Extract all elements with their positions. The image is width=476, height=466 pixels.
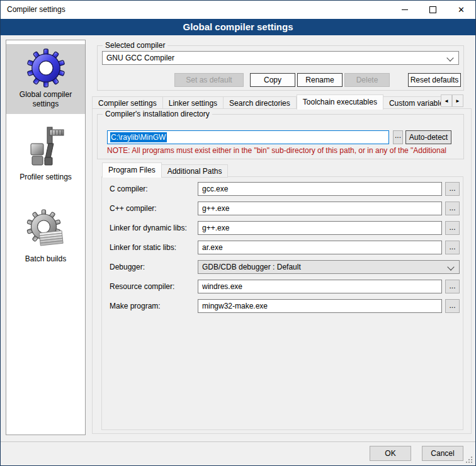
resource-compiler-browse-button[interactable]: ...: [445, 280, 460, 293]
delete-button[interactable]: Delete: [344, 73, 390, 87]
minimize-icon: [402, 9, 408, 10]
tab-toolchain-executables[interactable]: Toolchain executables: [297, 94, 383, 110]
batch-builds-icon: [26, 209, 66, 252]
field-label: Linker for static libs:: [110, 241, 176, 254]
sidebar-item-global-compiler-settings[interactable]: Global compiler settings: [6, 44, 85, 114]
installation-directory-group-label: Compiler's installation directory: [103, 110, 212, 118]
field-label: Resource compiler:: [110, 280, 174, 293]
sidebar-item-profiler-settings[interactable]: Profiler settings: [6, 120, 85, 187]
rename-button[interactable]: Rename: [297, 73, 343, 87]
dynamic-linker-input[interactable]: [198, 221, 442, 235]
installation-directory-group: Compiler's installation directory C:\ray…: [97, 114, 464, 159]
tab-scroll-left-button[interactable]: ◄: [441, 94, 452, 107]
make-program-browse-button[interactable]: ...: [445, 299, 460, 313]
close-button[interactable]: ✕: [447, 1, 475, 19]
compiler-select-value: GNU GCC Compiler: [106, 54, 174, 62]
close-icon: ✕: [458, 6, 465, 14]
tab-scroll-right-button[interactable]: ►: [452, 94, 463, 107]
tab-compiler-settings[interactable]: Compiler settings: [92, 96, 163, 110]
debugger-select-value: GDB/CDB debugger : Default: [202, 263, 301, 271]
maximize-icon: [429, 6, 436, 13]
field-label: Debugger:: [110, 260, 145, 274]
chevron-down-icon: [446, 54, 453, 61]
program-files-page: C compiler: ... C++ compiler: ... Linker…: [101, 176, 463, 430]
maximize-button[interactable]: [419, 1, 447, 19]
ok-button[interactable]: OK: [370, 446, 411, 461]
field-label: Make program:: [110, 299, 161, 313]
c-compiler-browse-button[interactable]: ...: [445, 182, 460, 196]
main-tabstrip: Compiler settings Linker settings Search…: [92, 94, 442, 110]
minimize-button[interactable]: [390, 1, 419, 19]
compiler-settings-dialog: Compiler settings ✕ Global compiler sett…: [0, 0, 476, 466]
path-selected-text: C:\raylib\MinGW: [110, 132, 167, 142]
sub-tabstrip: Program Files Additional Paths: [102, 162, 228, 178]
sidebar: Global compiler settings Profiler settin…: [6, 40, 86, 435]
sidebar-item-label: Batch builds: [8, 254, 84, 264]
dialog-header: Global compiler settings: [1, 19, 475, 35]
sidebar-item-label: Profiler settings: [8, 173, 84, 182]
field-label: C++ compiler:: [110, 202, 157, 215]
debugger-select[interactable]: GDB/CDB debugger : Default: [198, 260, 460, 274]
compiler-select[interactable]: GNU GCC Compiler: [102, 51, 459, 65]
gear-blue-icon: [26, 48, 65, 88]
field-label: Linker for dynamic libs:: [110, 221, 187, 235]
dynamic-linker-browse-button[interactable]: ...: [445, 221, 460, 235]
cpp-compiler-browse-button[interactable]: ...: [445, 202, 460, 215]
reset-defaults-button[interactable]: Reset defaults: [408, 73, 461, 87]
tab-scroll-arrows: ◄ ►: [441, 94, 463, 107]
install-path-input[interactable]: C:\raylib\MinGW: [107, 130, 389, 144]
resource-compiler-input[interactable]: [198, 280, 442, 293]
titlebar: Compiler settings ✕: [1, 1, 475, 19]
copy-button[interactable]: Copy: [250, 73, 295, 87]
sidebar-item-batch-builds[interactable]: Batch builds: [6, 205, 85, 269]
make-program-input[interactable]: [198, 299, 442, 313]
auto-detect-button[interactable]: Auto-detect: [405, 130, 451, 144]
install-note: NOTE: All programs must exist either in …: [107, 146, 457, 155]
c-compiler-input[interactable]: [198, 182, 442, 196]
selected-compiler-group-label: Selected compiler: [103, 41, 167, 50]
tab-search-directories[interactable]: Search directories: [224, 96, 297, 110]
subtab-program-files[interactable]: Program Files: [102, 162, 162, 178]
install-path-browse-button[interactable]: ...: [393, 130, 403, 144]
selected-compiler-group: Selected compiler GNU GCC Compiler Set a…: [97, 45, 464, 91]
chevron-down-icon: [447, 263, 454, 270]
tab-custom-variables[interactable]: Custom variables: [383, 96, 442, 110]
resize-grip-icon[interactable]: [471, 462, 472, 463]
subtab-additional-paths[interactable]: Additional Paths: [162, 164, 229, 178]
cpp-compiler-input[interactable]: [198, 202, 442, 215]
set-as-default-button[interactable]: Set as default: [174, 73, 244, 87]
cancel-button[interactable]: Cancel: [422, 446, 463, 461]
window-title: Compiler settings: [7, 1, 65, 19]
profiler-icon: [26, 125, 66, 170]
tab-linker-settings[interactable]: Linker settings: [163, 96, 224, 110]
static-linker-browse-button[interactable]: ...: [445, 241, 460, 254]
static-linker-input[interactable]: [198, 241, 442, 254]
field-label: C compiler:: [110, 182, 148, 196]
sidebar-item-label: Global compiler settings: [8, 90, 84, 109]
footer-divider: [1, 441, 475, 442]
